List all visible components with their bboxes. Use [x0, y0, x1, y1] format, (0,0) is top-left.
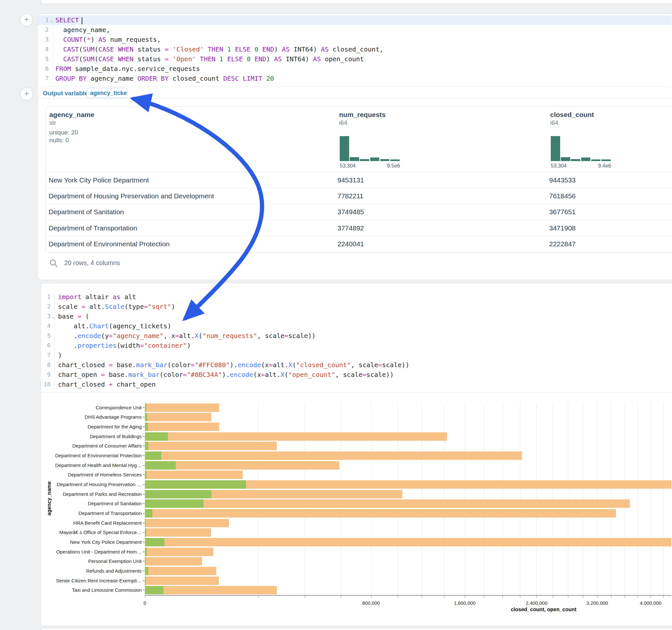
chart-x-tick — [465, 596, 465, 598]
chart-y-tick — [143, 580, 145, 581]
chart-gridline — [568, 403, 568, 595]
code-token: alt — [121, 293, 136, 301]
chart-gridline — [502, 403, 503, 595]
code-token: import — [58, 293, 81, 301]
code-token: alt. — [265, 371, 281, 379]
chart-x-tick — [484, 596, 484, 598]
code-token: ). — [230, 361, 238, 369]
chart-gridline — [651, 403, 651, 595]
bar-open-count — [145, 538, 164, 547]
code-token: base — [58, 312, 77, 320]
chart-y-tick — [143, 590, 145, 590]
table-cell: 3749485 — [337, 204, 364, 220]
histogram-bar — [390, 160, 400, 161]
line-number: 9 — [39, 370, 51, 380]
column-type: str — [49, 119, 56, 126]
chart-y-tick — [143, 552, 145, 552]
code-token — [114, 45, 118, 53]
chart-y-label: Department of Environmental Protection — [52, 453, 142, 458]
code-token: = — [261, 371, 265, 379]
chart-gridline — [398, 403, 398, 595]
line-number: 8 — [39, 360, 51, 370]
chart-y-label: Department of Homeless Services — [52, 472, 142, 477]
output-variable-label: Output variable: — [43, 90, 90, 97]
gutter-divider-py — [54, 287, 55, 390]
bar-closed-count — [145, 442, 277, 450]
column-type: i64 — [339, 119, 347, 126]
chart-y-label: Personal Exemption Unit — [52, 558, 142, 564]
column-meta: unique: 20 — [49, 129, 78, 136]
chart-y-label: Department of Housing Preservation … — [52, 482, 142, 487]
code-token: , scale — [351, 361, 378, 369]
code-token: agency_name — [87, 75, 138, 82]
code-token: CAST — [63, 55, 79, 63]
chart-y-tick — [143, 445, 145, 446]
code-token: status — [134, 45, 165, 53]
code-line: GROUP BY agency_name ORDER BY closed_cou… — [55, 74, 274, 83]
add-cell-button-top[interactable]: + — [20, 13, 33, 26]
code-token: base. — [105, 371, 128, 379]
code-token: ( — [292, 361, 296, 369]
chart-x-tick — [258, 596, 258, 598]
code-token: INT64) — [282, 55, 313, 63]
bar-open-count — [145, 548, 147, 556]
code-token: INT64) — [290, 45, 321, 53]
code-token — [250, 55, 255, 63]
code-token: chart_open — [58, 371, 101, 379]
code-token: ( — [199, 332, 202, 340]
chart-y-tick — [143, 475, 145, 475]
code-token: GROUP BY — [55, 75, 87, 82]
search-icon[interactable] — [49, 259, 58, 267]
chart-gridline — [484, 403, 484, 595]
bar-open-count — [145, 422, 148, 431]
code-token: (x — [261, 361, 269, 369]
code-token: num_requests, — [106, 35, 161, 43]
chart-x-tick — [625, 596, 625, 598]
notebook-page: + + 1⌄SELECT2 agency_name,3 COUNT(*) AS … — [0, 0, 672, 630]
chart-gridline — [465, 403, 465, 595]
column-header-closed_count[interactable]: closed_count — [550, 111, 594, 119]
chart-x-tick-label: 4,000,000 — [640, 600, 662, 606]
code-line: import altair as alt — [58, 292, 136, 302]
chart-y-label: Taxi and Limousine Commission — [52, 587, 142, 593]
histogram-bar — [601, 160, 611, 161]
code-token: = — [140, 342, 144, 349]
chart-y-label: Department of Consumer Affairs — [52, 443, 142, 449]
chart-y-tick — [143, 494, 145, 494]
histogram-bar — [360, 159, 369, 161]
code-token: as — [113, 293, 121, 301]
bar-closed-count — [145, 548, 213, 556]
column-header-num_requests[interactable]: num_requests — [339, 111, 386, 119]
code-token: * — [87, 35, 91, 43]
histogram-max-label: 9.4e6 — [577, 163, 611, 169]
code-token: mark_bar — [128, 371, 160, 379]
bar-open-count — [145, 586, 163, 595]
chart-x-tick-label: 2,400,000 — [526, 600, 548, 606]
fold-chevron-icon[interactable]: ⌄ — [52, 312, 55, 321]
code-token: THEN — [208, 45, 223, 53]
chart-gridline — [371, 403, 371, 595]
bar-open-count — [145, 500, 203, 508]
bar-open-count — [145, 480, 246, 489]
output-variable-pill[interactable]: agency_tickets — [87, 88, 127, 98]
bar-open-count — [145, 567, 148, 575]
line-number: 6 — [38, 64, 49, 74]
bar-open-count — [145, 461, 176, 469]
code-token: ) — [91, 35, 98, 43]
text-cursor — [82, 17, 82, 24]
code-token: scale)) — [289, 332, 316, 340]
histogram-min-label: 53,304 — [551, 163, 567, 169]
add-cell-button-output[interactable]: + — [20, 88, 33, 100]
chart-y-tick — [143, 484, 145, 485]
line-number: 3 — [38, 35, 49, 44]
code-token: alt. — [179, 332, 194, 340]
column-header-agency_name[interactable]: agency_name — [49, 111, 94, 119]
chart-x-tick — [568, 596, 568, 598]
chart-x-tick — [444, 596, 445, 598]
chart-x-tick — [638, 596, 638, 598]
code-token: END — [262, 45, 274, 53]
chart-x-tick — [502, 596, 503, 598]
code-token: closed_count — [169, 75, 223, 82]
chart-gridline — [536, 403, 537, 595]
chart-y-tick — [143, 561, 145, 562]
